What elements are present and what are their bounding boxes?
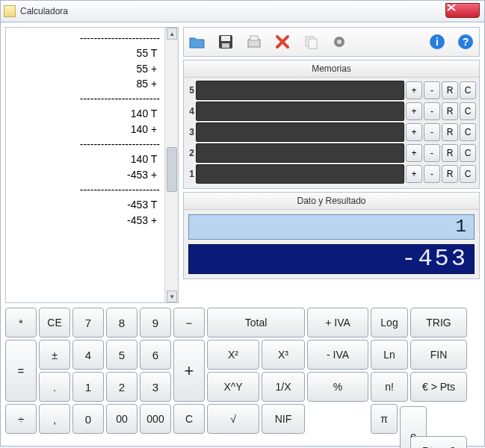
key-equals[interactable]: = — [5, 340, 37, 402]
memory-recall-button[interactable]: R — [442, 165, 458, 183]
info-icon[interactable]: i — [428, 33, 446, 51]
memory-recall-button[interactable]: R — [442, 81, 458, 99]
memory-recall-button[interactable]: R — [442, 144, 458, 162]
memory-row: 4+-RC — [187, 102, 476, 121]
window-title: Calculadora — [20, 6, 68, 16]
key-eur-pts[interactable]: € > Pts — [410, 372, 467, 402]
key-star[interactable]: * — [5, 308, 37, 337]
memory-clear-button[interactable]: C — [460, 144, 476, 162]
memory-recall-button[interactable]: R — [442, 123, 458, 141]
key-ce[interactable]: CE — [39, 308, 70, 337]
memory-add-button[interactable]: + — [406, 165, 422, 183]
open-icon[interactable] — [188, 33, 206, 51]
key-2[interactable]: 2 — [106, 372, 138, 402]
memory-add-button[interactable]: + — [406, 102, 422, 120]
svg-text:i: i — [436, 36, 439, 48]
key-3[interactable]: 3 — [140, 372, 171, 402]
tape-line: 140 + — [10, 122, 160, 137]
tape-icon[interactable] — [245, 33, 263, 51]
keypad: * CE 7 8 9 − Total + IVA Log TRIG = ± 4 … — [5, 308, 480, 448]
key-dot[interactable]: . — [39, 372, 70, 402]
key-0[interactable]: 0 — [72, 404, 104, 434]
memory-display — [196, 164, 404, 184]
key-divide[interactable]: ÷ — [5, 404, 37, 434]
tape-line: ----------------------- — [10, 137, 160, 152]
key-log[interactable]: Log — [371, 308, 408, 337]
memory-add-button[interactable]: + — [406, 144, 422, 162]
key-00[interactable]: 00 — [106, 404, 138, 434]
key-fin[interactable]: FIN — [410, 340, 467, 370]
key-xy[interactable]: X^Y — [207, 372, 259, 402]
key-x3[interactable]: X³ — [262, 340, 305, 370]
delete-icon[interactable] — [274, 33, 291, 51]
memory-index: 2 — [187, 148, 194, 158]
copy-icon[interactable] — [302, 33, 320, 51]
svg-rect-4 — [250, 36, 258, 40]
memory-recall-button[interactable]: R — [442, 102, 458, 120]
scroll-down-arrow[interactable]: ▾ — [167, 290, 177, 302]
input-display: 1 — [188, 214, 475, 240]
key-nif[interactable]: NIF — [262, 404, 305, 434]
key-minus[interactable]: − — [173, 308, 205, 337]
key-5[interactable]: 5 — [106, 340, 138, 370]
gear-icon[interactable] — [330, 33, 348, 51]
save-icon[interactable] — [217, 33, 235, 51]
memory-clear-button[interactable]: C — [460, 81, 476, 99]
memory-sub-button[interactable]: - — [424, 123, 440, 141]
memory-index: 4 — [187, 106, 194, 116]
key-total[interactable]: Total — [207, 308, 305, 337]
key-x2[interactable]: X² — [207, 340, 259, 370]
close-button[interactable] — [445, 3, 480, 18]
scroll-up-arrow[interactable]: ▴ — [167, 28, 177, 40]
memory-sub-button[interactable]: - — [424, 102, 440, 120]
key-c[interactable]: C — [173, 404, 205, 434]
key-7[interactable]: 7 — [72, 308, 104, 337]
svg-point-8 — [337, 40, 342, 44]
tape-scrollbar[interactable]: ▴ ▾ — [164, 28, 178, 302]
key-trig[interactable]: TRIG — [410, 308, 467, 337]
key-6[interactable]: 6 — [140, 340, 171, 370]
svg-rect-1 — [221, 36, 230, 41]
memory-index: 1 — [187, 169, 194, 179]
key-plusminus[interactable]: ± — [39, 340, 70, 370]
scroll-thumb[interactable] — [167, 147, 177, 192]
key-plus[interactable]: + — [173, 340, 205, 402]
key-nfact[interactable]: n! — [371, 372, 408, 402]
memory-display — [196, 122, 404, 142]
tape-line: ----------------------- — [10, 31, 160, 46]
key-1[interactable]: 1 — [72, 372, 104, 402]
key-4[interactable]: 4 — [72, 340, 104, 370]
memory-index: 3 — [187, 127, 194, 137]
memory-sub-button[interactable]: - — [424, 81, 440, 99]
key-pi[interactable]: π — [371, 404, 398, 434]
app-icon — [4, 5, 16, 17]
result-display: -453 — [188, 244, 475, 274]
key-comma[interactable]: , — [39, 404, 70, 434]
key-8[interactable]: 8 — [106, 308, 138, 337]
key-ln[interactable]: Ln — [371, 340, 408, 370]
memory-clear-button[interactable]: C — [460, 165, 476, 183]
close-icon — [446, 4, 457, 11]
tape-line: 140 T — [10, 106, 160, 121]
data-result-section: Dato y Resultado 1 -453 — [183, 192, 480, 279]
tape-line: -453 T — [10, 197, 160, 212]
key-pct[interactable]: % — [307, 372, 368, 402]
memory-add-button[interactable]: + — [406, 81, 422, 99]
memory-row: 3+-RC — [187, 122, 476, 142]
key-pts-eur[interactable]: Pts > € — [410, 436, 467, 448]
key-000[interactable]: 000 — [140, 404, 171, 434]
key-plus-iva[interactable]: + IVA — [307, 308, 368, 337]
key-1x[interactable]: 1/X — [262, 372, 305, 402]
memory-sub-button[interactable]: - — [424, 165, 440, 183]
key-9[interactable]: 9 — [140, 308, 171, 337]
key-minus-iva[interactable]: - IVA — [307, 340, 368, 370]
memory-clear-button[interactable]: C — [460, 123, 476, 141]
help-icon[interactable]: ? — [457, 33, 475, 51]
memory-header: Memorias — [184, 60, 479, 78]
tape-line: 140 T — [10, 152, 160, 167]
key-sqrt[interactable]: √ — [207, 404, 259, 434]
memory-sub-button[interactable]: - — [424, 144, 440, 162]
memory-clear-button[interactable]: C — [460, 102, 476, 120]
memory-add-button[interactable]: + — [406, 123, 422, 141]
tape-output: ----------------------- 55 T 55 + 85 + -… — [6, 28, 164, 302]
